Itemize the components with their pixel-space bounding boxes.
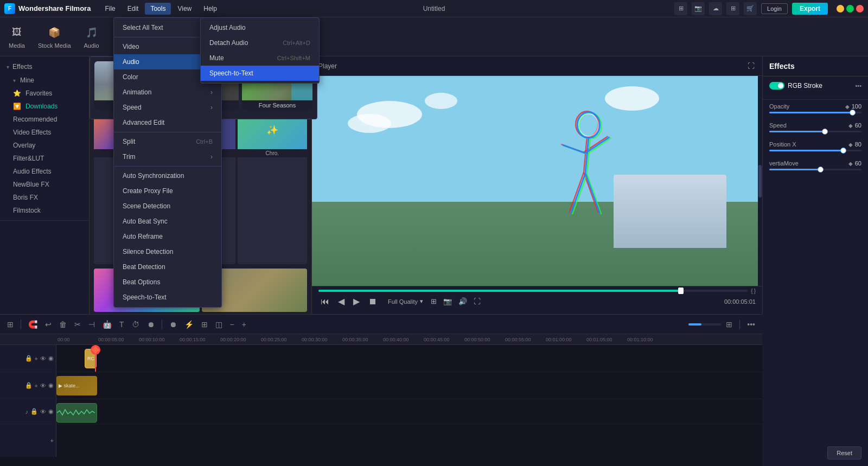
tools-advanced-edit[interactable]: Advanced Edit [114, 115, 221, 130]
tools-speech-to-text[interactable]: Speech-to-Text [114, 290, 221, 305]
speed-slider[interactable] [769, 131, 861, 132]
menu-view[interactable]: View [172, 3, 197, 15]
snapshot-btn[interactable]: 📷 [692, 2, 705, 15]
play-btn[interactable]: ▶ [351, 295, 362, 308]
left-favorites[interactable]: ⭐ Favorites [0, 87, 89, 100]
tl-zoom-btn[interactable]: ⊞ [723, 318, 735, 330]
left-newblue[interactable]: NewBlue FX [0, 178, 89, 191]
tl-split2-btn[interactable]: ◫ [213, 318, 225, 330]
tools-animation[interactable]: Animation [114, 85, 221, 100]
position-x-slider[interactable] [769, 150, 861, 151]
zoom-track[interactable] [688, 323, 721, 325]
toolbar-audio[interactable]: 🎵 Audio [84, 25, 99, 49]
player-fullscreen-btn[interactable]: ⛶ [746, 61, 756, 71]
left-mine[interactable]: ▾ Mine [0, 74, 89, 87]
skip-back-btn[interactable]: ⏮ [318, 296, 331, 308]
opacity-keyframe-icon[interactable]: ◆ [845, 104, 850, 110]
cloud-btn[interactable]: ☁ [709, 2, 722, 15]
toolbar-media[interactable]: 🖼 Media [9, 25, 25, 49]
track2-video-clip[interactable]: ▶ skate... [56, 376, 97, 395]
track3-vis-icon[interactable]: ◉ [48, 408, 54, 415]
grid-btn[interactable]: ⊞ [726, 2, 739, 15]
media-item-chro[interactable]: ✨ Chro. [238, 111, 307, 264]
track3-eye-icon[interactable]: 👁 [40, 408, 46, 415]
track1-add-icon[interactable]: + [35, 355, 38, 362]
tl-cut-btn[interactable]: ✂ [72, 318, 84, 330]
tools-trim[interactable]: Trim [114, 149, 221, 164]
tl-text-btn[interactable]: T [117, 318, 127, 330]
effect-expand-icon[interactable]: ••• [855, 82, 861, 89]
tl-speed-btn[interactable]: ⚡ [182, 318, 196, 330]
menu-file[interactable]: File [99, 3, 120, 15]
tools-silence-detect[interactable]: Silence Detection [114, 244, 221, 259]
maximize-button[interactable] [846, 5, 854, 12]
tools-auto-reframe[interactable]: Auto Reframe [114, 229, 221, 244]
zoom-btn[interactable]: ⛶ [473, 296, 482, 307]
track2-eye-icon[interactable]: 👁 [40, 382, 46, 389]
close-button[interactable] [856, 5, 864, 12]
menu-edit[interactable]: Edit [122, 3, 144, 15]
track1-eye-icon[interactable]: 👁 [40, 355, 46, 362]
left-audio-effects[interactable]: Audio Effects [0, 165, 89, 178]
audio-speech-to-text[interactable]: Speech-to-Text [201, 66, 319, 81]
speed-keyframe-icon[interactable]: ◆ [848, 123, 853, 129]
rgb-toggle[interactable] [769, 82, 784, 90]
track3-audio-clip[interactable] [56, 403, 97, 423]
track2-vis-icon[interactable]: ◉ [48, 382, 54, 389]
vertical-keyframe-icon[interactable]: ◆ [848, 161, 853, 167]
track2-lock-icon[interactable]: 🔒 [25, 382, 33, 389]
tl-add-btn[interactable]: + [239, 318, 249, 330]
quality-selector[interactable]: Full Quality ▾ [388, 298, 423, 305]
tl-ai-btn[interactable]: 🤖 [100, 318, 114, 330]
tools-auto-beat[interactable]: Auto Beat Sync [114, 214, 221, 229]
toolbar-stock-media[interactable]: 📦 Stock Media [38, 25, 71, 49]
track2-add-icon[interactable]: + [35, 382, 38, 389]
tl-timer-btn[interactable]: ⏱ [129, 318, 142, 330]
layout-btn[interactable]: ⊞ [674, 2, 687, 15]
login-button[interactable]: Login [761, 3, 788, 14]
tools-split[interactable]: Split Ctrl+B [114, 134, 221, 149]
tools-beat-options[interactable]: Beat Options [114, 275, 221, 290]
effects-header[interactable]: ▾ Effects [0, 60, 89, 74]
tl-undo-btn[interactable]: ↩ [42, 318, 54, 330]
player-settings-btn[interactable]: ⊞ [430, 296, 438, 307]
left-filter-lut[interactable]: Filter&LUT [0, 152, 89, 165]
tl-split-btn[interactable]: ⊣ [86, 318, 98, 330]
scroll-thumb[interactable] [758, 165, 762, 197]
audio-detach[interactable]: Detach Audio Ctrl+Alt+D [201, 35, 319, 50]
reset-button[interactable]: Reset [827, 446, 861, 459]
tl-record-btn[interactable]: ⏺ [144, 318, 157, 330]
left-filmstock[interactable]: Filmstock [0, 204, 89, 217]
minimize-button[interactable] [837, 5, 844, 12]
menu-tools[interactable]: Tools [145, 3, 171, 15]
left-recommended[interactable]: Recommended [0, 113, 89, 126]
frame-back-btn[interactable]: ◀ [336, 295, 347, 308]
tools-scene-detect[interactable]: Scene Detection [114, 199, 221, 214]
playhead[interactable] [95, 345, 96, 372]
opacity-slider[interactable] [769, 112, 861, 113]
tools-beat-detect[interactable]: Beat Detection [114, 259, 221, 275]
tl-magnet-btn[interactable]: 🧲 [25, 318, 40, 330]
tools-speed[interactable]: Speed [114, 100, 221, 115]
tools-auto-sync[interactable]: Auto Synchronization [114, 168, 221, 183]
tl-trash-btn[interactable]: 🗑 [56, 318, 69, 330]
left-overlay[interactable]: Overlay [0, 139, 89, 152]
tl-minus-btn[interactable]: − [227, 318, 237, 330]
shop-btn[interactable]: 🛒 [744, 2, 757, 15]
track3-lock-icon[interactable]: 🔒 [30, 408, 38, 415]
tools-proxy[interactable]: Create Proxy File [114, 183, 221, 199]
tl-record2-btn[interactable]: ⏺ [167, 318, 180, 330]
left-downloads[interactable]: 🔽 Downloads [0, 100, 89, 113]
tl-snap-btn[interactable]: ⊞ [4, 318, 16, 330]
left-video-effects[interactable]: Video Effects [0, 126, 89, 139]
track1-lock-icon[interactable]: 🔒 [25, 355, 33, 362]
track1-vis-icon[interactable]: ◉ [48, 355, 54, 362]
tl-grid-btn[interactable]: ⊞ [199, 318, 210, 330]
audio-adjust[interactable]: Adjust Audio [201, 20, 319, 35]
left-boris[interactable]: Boris FX [0, 191, 89, 204]
empty-add-icon[interactable]: + [50, 437, 54, 444]
volume-btn[interactable]: 🔊 [457, 296, 468, 307]
audio-mute[interactable]: Mute Ctrl+Shift+M [201, 50, 319, 66]
menu-help[interactable]: Help [198, 3, 222, 15]
export-button[interactable]: Export [792, 3, 828, 15]
